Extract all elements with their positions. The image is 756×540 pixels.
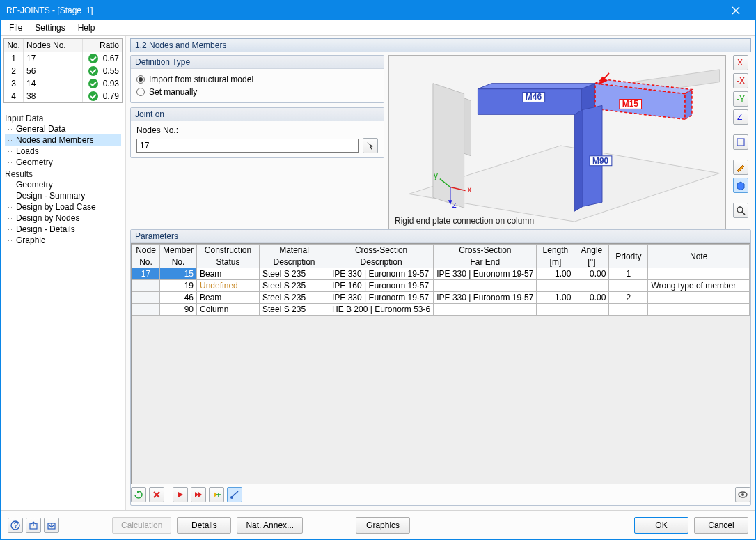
radio-manual[interactable]: Set manually xyxy=(136,86,378,98)
add-plus-button[interactable] xyxy=(209,487,224,502)
svg-text:-Y: -Y xyxy=(737,94,745,104)
check-ok-icon xyxy=(88,79,98,88)
check-ok-icon xyxy=(88,54,98,63)
tree-item-general-data[interactable]: General Data xyxy=(5,123,121,134)
check-ok-icon xyxy=(88,91,98,101)
svg-text:M15: M15 xyxy=(622,99,639,109)
title-bar: RF-JOINTS - [Stage_1] xyxy=(1,1,755,20)
joint-on-title: Joint on xyxy=(131,108,384,121)
pick-node-button[interactable] xyxy=(363,138,378,153)
nat-annex-button[interactable]: Nat. Annex... xyxy=(237,517,303,534)
svg-marker-35 xyxy=(195,492,198,497)
help-button[interactable]: ? xyxy=(8,518,23,533)
svg-text:-X: -X xyxy=(737,76,745,86)
tree-item-results-geometry[interactable]: Geometry xyxy=(5,179,121,190)
tree-group-results: Results xyxy=(5,169,121,179)
svg-point-40 xyxy=(230,496,233,499)
parameters-grid[interactable]: Node Member Construction Material Cross-… xyxy=(131,243,750,484)
view-zoom-button[interactable] xyxy=(733,203,748,218)
definition-type-title: Definition Type xyxy=(131,56,384,69)
tree-item-design-details[interactable]: Design - Details xyxy=(5,224,121,235)
joint-list-table[interactable]: No. Nodes No. Ratio 1 17 0.67 2 56 0.55 … xyxy=(3,38,123,103)
tree-item-design-summary[interactable]: Design - Summary xyxy=(5,190,121,201)
table-row[interactable]: 2 56 0.55 xyxy=(4,65,122,77)
check-ok-icon xyxy=(88,66,98,76)
menu-settings[interactable]: Settings xyxy=(29,22,70,34)
details-button[interactable]: Details xyxy=(177,517,231,534)
close-button[interactable] xyxy=(722,3,750,18)
delete-button[interactable] xyxy=(149,487,164,502)
col-nodes: Nodes No. xyxy=(24,39,83,52)
nav-tree[interactable]: Input Data General Data Nodes and Member… xyxy=(1,109,125,510)
ok-button[interactable]: OK xyxy=(634,517,688,534)
tree-item-design-by-nodes[interactable]: Design by Nodes xyxy=(5,213,121,224)
view-cube-button[interactable] xyxy=(733,178,748,193)
view-neg-y-button[interactable]: -Y xyxy=(733,91,748,107)
right-pane: 1.2 Nodes and Members Definition Type Im… xyxy=(126,36,755,510)
menu-help[interactable]: Help xyxy=(72,22,101,34)
preview-3d[interactable]: M46 M15 M90 x y z Rigid end plate connec… xyxy=(388,55,726,229)
param-row[interactable]: 17 15 Beam Steel S 235 IPE 330 | Euronor… xyxy=(132,268,750,280)
radio-icon xyxy=(136,75,145,84)
svg-text:?: ? xyxy=(14,520,19,530)
svg-line-32 xyxy=(742,212,745,215)
svg-marker-6 xyxy=(478,84,595,89)
radio-icon xyxy=(136,88,145,96)
tree-item-nodes-members[interactable]: Nodes and Members xyxy=(5,134,121,146)
view-toolbar: X -X -Y Z xyxy=(730,55,751,229)
col-ratio: Ratio xyxy=(83,39,122,52)
svg-text:z: z xyxy=(452,200,457,210)
svg-point-42 xyxy=(741,493,744,496)
table-row[interactable]: 4 38 0.79 xyxy=(4,90,122,102)
col-no: No. xyxy=(4,39,24,52)
next-button[interactable] xyxy=(173,487,188,502)
svg-text:Z: Z xyxy=(737,112,742,122)
svg-rect-30 xyxy=(737,139,744,146)
parameters-title: Parameters xyxy=(131,230,750,243)
nodes-no-label: Nodes No.: xyxy=(136,125,378,135)
svg-marker-9 xyxy=(685,90,692,120)
preview-caption: Rigid end plate connection on column xyxy=(393,216,535,226)
param-row[interactable]: 90 Column Steel S 235 HE B 200 | Euronor… xyxy=(132,304,750,316)
table-row[interactable]: 3 14 0.93 xyxy=(4,77,122,90)
footer: ? Calculation Details Nat. Annex... Grap… xyxy=(1,510,755,539)
svg-text:y: y xyxy=(434,171,438,180)
export-button[interactable] xyxy=(26,518,41,533)
tree-item-graphic[interactable]: Graphic xyxy=(5,235,121,246)
calculation-button[interactable]: Calculation xyxy=(112,517,171,534)
cancel-button[interactable]: Cancel xyxy=(694,517,748,534)
refresh-button[interactable] xyxy=(131,487,146,502)
graphics-button[interactable]: Graphics xyxy=(356,517,410,534)
section-title: 1.2 Nodes and Members xyxy=(130,38,751,52)
joint-on-group: Joint on Nodes No.: xyxy=(130,107,384,158)
svg-text:M90: M90 xyxy=(592,156,609,166)
svg-marker-34 xyxy=(178,492,183,497)
svg-marker-11 xyxy=(574,109,583,211)
left-pane: No. Nodes No. Ratio 1 17 0.67 2 56 0.55 … xyxy=(1,36,126,510)
window-title: RF-JOINTS - [Stage_1] xyxy=(6,6,93,15)
view-neg-x-button[interactable]: -X xyxy=(733,73,748,88)
view-z-button[interactable]: Z xyxy=(733,109,748,125)
tree-item-loads[interactable]: Loads xyxy=(5,146,121,157)
fastforward-button[interactable] xyxy=(191,487,206,502)
definition-type-group: Definition Type Import from structural m… xyxy=(130,55,384,103)
tree-item-geometry[interactable]: Geometry xyxy=(5,157,121,168)
eye-button[interactable] xyxy=(735,487,750,502)
param-row[interactable]: 46 Beam Steel S 235 IPE 330 | Euronorm 1… xyxy=(132,292,750,304)
view-edit-button[interactable] xyxy=(733,160,748,175)
svg-point-31 xyxy=(737,207,743,213)
nodes-no-input[interactable] xyxy=(136,139,359,153)
svg-text:M46: M46 xyxy=(526,92,542,102)
tree-group-input: Input Data xyxy=(5,114,121,123)
radio-import[interactable]: Import from structural model xyxy=(136,73,378,86)
filter-brush-button[interactable] xyxy=(227,487,242,502)
import-button[interactable] xyxy=(44,518,59,533)
view-iso-button[interactable] xyxy=(733,134,748,150)
tree-item-design-by-load-case[interactable]: Design by Load Case xyxy=(5,201,121,213)
menu-file[interactable]: File xyxy=(3,22,28,34)
table-row[interactable]: 1 17 0.67 xyxy=(4,52,122,65)
svg-text:X: X xyxy=(737,58,743,68)
view-x-button[interactable]: X xyxy=(733,55,748,70)
svg-marker-36 xyxy=(198,492,202,497)
param-row[interactable]: 19 Undefined Steel S 235 IPE 160 | Euron… xyxy=(132,280,750,292)
